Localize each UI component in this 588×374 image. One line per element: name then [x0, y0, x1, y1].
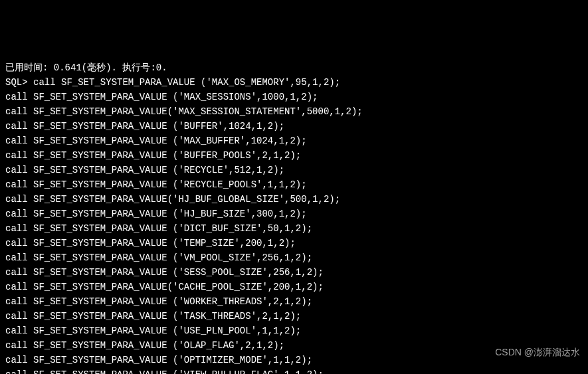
terminal-line: call SF_SET_SYSTEM_PARA_VALUE ('MAX_BUFF… [5, 134, 583, 148]
terminal-line: call SF_SET_SYSTEM_PARA_VALUE('CACHE_POO… [5, 280, 583, 294]
terminal-line: call SF_SET_SYSTEM_PARA_VALUE ('SESS_POO… [5, 265, 583, 280]
terminal-line: call SF_SET_SYSTEM_PARA_VALUE ('RECYCLE'… [5, 163, 583, 177]
terminal-line: 已用时间: 0.641(毫秒). 执行号:0. [5, 60, 583, 75]
terminal-line: call SF_SET_SYSTEM_PARA_VALUE('HJ_BUF_GL… [5, 192, 583, 207]
terminal-line: call SF_SET_SYSTEM_PARA_VALUE ('USE_PLN_… [5, 324, 583, 338]
terminal-line: call SF_SET_SYSTEM_PARA_VALUE ('DICT_BUF… [5, 221, 583, 236]
terminal-line: call SF_SET_SYSTEM_PARA_VALUE ('TASK_THR… [5, 309, 583, 324]
terminal-line: call SF_SET_SYSTEM_PARA_VALUE ('VIEW_PUL… [5, 367, 583, 374]
terminal-line: call SF_SET_SYSTEM_PARA_VALUE ('RECYCLE_… [5, 177, 583, 192]
terminal-output[interactable]: 已用时间: 0.641(毫秒). 执行号:0.SQL> call SF_SET_… [5, 60, 583, 374]
terminal-line: call SF_SET_SYSTEM_PARA_VALUE('MAX_SESSI… [5, 104, 583, 119]
terminal-line: call SF_SET_SYSTEM_PARA_VALUE ('TEMP_SIZ… [5, 236, 583, 250]
terminal-line: SQL> call SF_SET_SYSTEM_PARA_VALUE ('MAX… [5, 75, 583, 90]
watermark-text: CSDN @澎湃溜达水 [495, 345, 580, 359]
terminal-line: call SF_SET_SYSTEM_PARA_VALUE ('WORKER_T… [5, 294, 583, 309]
terminal-line: call SF_SET_SYSTEM_PARA_VALUE ('MAX_SESS… [5, 90, 583, 104]
terminal-line: call SF_SET_SYSTEM_PARA_VALUE ('BUFFER',… [5, 119, 583, 134]
terminal-line: call SF_SET_SYSTEM_PARA_VALUE ('BUFFER_P… [5, 148, 583, 163]
terminal-line: call SF_SET_SYSTEM_PARA_VALUE ('HJ_BUF_S… [5, 207, 583, 221]
terminal-line: call SF_SET_SYSTEM_PARA_VALUE ('VM_POOL_… [5, 250, 583, 265]
